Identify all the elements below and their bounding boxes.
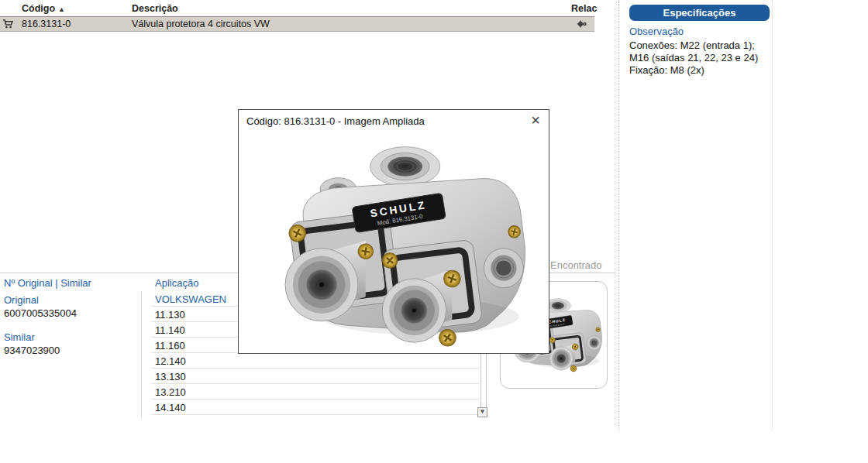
application-model-row: 12.140	[151, 353, 479, 369]
product-photo	[250, 135, 538, 347]
original-value: 6007005335004	[4, 307, 77, 319]
original-label: Original	[4, 294, 39, 306]
panel-left-divider	[618, 0, 619, 430]
cart-icon	[2, 19, 13, 32]
related-items-icon[interactable]	[577, 19, 587, 32]
application-model-row: 14.140	[151, 400, 479, 415]
modal-title: Código: 816.3131-0 - Imagem Ampliada	[246, 115, 425, 127]
row-descricao: Válvula protetora 4 circuitos VW	[132, 19, 270, 29]
specs-text: Conexões: M22 (entrada 1); M16 (saídas 2…	[629, 39, 758, 77]
observacao-label: Observação	[629, 26, 684, 37]
row-codigo: 816.3131-0	[22, 19, 71, 29]
application-model-row: 13.130	[151, 369, 479, 384]
specs-line-1: Conexões: M22 (entrada 1);	[629, 39, 758, 52]
found-partial-label: Encontrado	[550, 259, 602, 271]
original-similar-header: Nº Original | Similar	[4, 277, 91, 289]
column-header-codigo[interactable]: Código▲	[22, 3, 65, 14]
image-modal: Código: 816.3131-0 - Imagem Ampliada ×	[238, 109, 549, 354]
sort-asc-icon: ▲	[58, 5, 65, 13]
close-icon[interactable]: ×	[527, 111, 544, 129]
column-header-descricao[interactable]: Descrição	[132, 3, 178, 14]
similar-value: 9347023900	[4, 345, 60, 356]
panel-right-divider	[772, 0, 773, 430]
aplicacao-header: Aplicação	[155, 277, 198, 289]
similar-label: Similar	[4, 331, 35, 343]
specs-panel-title[interactable]: Especificações	[629, 5, 770, 21]
column-header-relac: Relac	[571, 3, 597, 14]
specs-line-2: M16 (saídas 21, 22, 23 e 24)	[629, 52, 758, 64]
details-column-divider	[141, 291, 142, 418]
catalog-window: SCHULZ Mod. 816.3131-0 Código▲ Descrição…	[0, 0, 868, 463]
application-model-row: 13.210	[151, 384, 479, 400]
scroll-down-button[interactable]: ▼	[477, 407, 487, 417]
table-header: Código▲ Descrição Relac	[0, 3, 594, 16]
table-row[interactable]: 816.3131-0 Válvula protetora 4 circuitos…	[0, 17, 594, 32]
specs-line-3: Fixação: M8 (2x)	[629, 64, 758, 77]
